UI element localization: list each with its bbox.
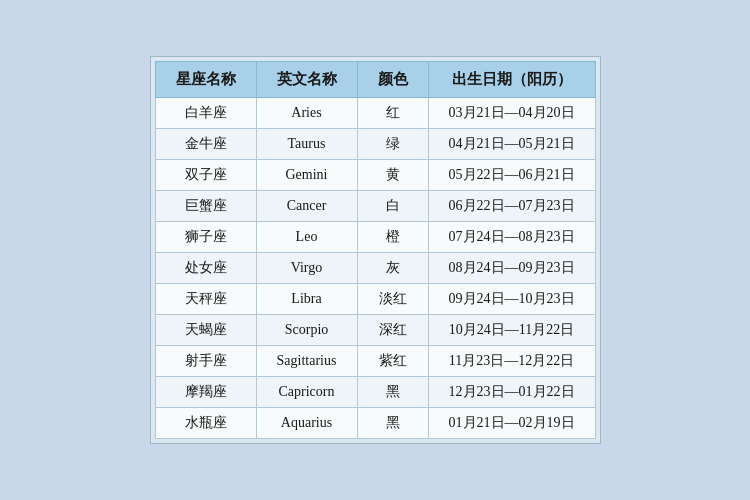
cell-color: 黑 — [357, 408, 428, 439]
cell-chinese-name: 水瓶座 — [155, 408, 256, 439]
header-english-name: 英文名称 — [256, 62, 357, 98]
cell-color: 淡红 — [357, 284, 428, 315]
cell-dates: 10月24日—11月22日 — [428, 315, 595, 346]
header-color: 颜色 — [357, 62, 428, 98]
cell-english-name: Gemini — [256, 160, 357, 191]
table-row: 巨蟹座Cancer白06月22日—07月23日 — [155, 191, 595, 222]
table-row: 金牛座Taurus绿04月21日—05月21日 — [155, 129, 595, 160]
cell-chinese-name: 巨蟹座 — [155, 191, 256, 222]
header-chinese-name: 星座名称 — [155, 62, 256, 98]
cell-dates: 05月22日—06月21日 — [428, 160, 595, 191]
cell-chinese-name: 天蝎座 — [155, 315, 256, 346]
cell-english-name: Libra — [256, 284, 357, 315]
cell-color: 白 — [357, 191, 428, 222]
cell-dates: 01月21日—02月19日 — [428, 408, 595, 439]
cell-english-name: Taurus — [256, 129, 357, 160]
cell-dates: 12月23日—01月22日 — [428, 377, 595, 408]
cell-dates: 11月23日—12月22日 — [428, 346, 595, 377]
cell-dates: 03月21日—04月20日 — [428, 98, 595, 129]
table-row: 双子座Gemini黄05月22日—06月21日 — [155, 160, 595, 191]
table-row: 天秤座Libra淡红09月24日—10月23日 — [155, 284, 595, 315]
cell-chinese-name: 射手座 — [155, 346, 256, 377]
cell-dates: 06月22日—07月23日 — [428, 191, 595, 222]
cell-chinese-name: 双子座 — [155, 160, 256, 191]
cell-english-name: Aquarius — [256, 408, 357, 439]
cell-color: 紫红 — [357, 346, 428, 377]
cell-english-name: Cancer — [256, 191, 357, 222]
cell-color: 深红 — [357, 315, 428, 346]
cell-chinese-name: 天秤座 — [155, 284, 256, 315]
cell-english-name: Sagittarius — [256, 346, 357, 377]
cell-color: 黄 — [357, 160, 428, 191]
table-header-row: 星座名称 英文名称 颜色 出生日期（阳历） — [155, 62, 595, 98]
cell-color: 橙 — [357, 222, 428, 253]
table-row: 处女座Virgo灰08月24日—09月23日 — [155, 253, 595, 284]
zodiac-table: 星座名称 英文名称 颜色 出生日期（阳历） 白羊座Aries红03月21日—04… — [155, 61, 596, 439]
table-row: 射手座Sagittarius紫红11月23日—12月22日 — [155, 346, 595, 377]
cell-dates: 04月21日—05月21日 — [428, 129, 595, 160]
table-body: 白羊座Aries红03月21日—04月20日金牛座Taurus绿04月21日—0… — [155, 98, 595, 439]
cell-chinese-name: 狮子座 — [155, 222, 256, 253]
cell-color: 黑 — [357, 377, 428, 408]
table-row: 天蝎座Scorpio深红10月24日—11月22日 — [155, 315, 595, 346]
cell-english-name: Virgo — [256, 253, 357, 284]
cell-color: 灰 — [357, 253, 428, 284]
table-row: 狮子座Leo橙07月24日—08月23日 — [155, 222, 595, 253]
table-row: 摩羯座Capricorn黑12月23日—01月22日 — [155, 377, 595, 408]
cell-english-name: Leo — [256, 222, 357, 253]
cell-chinese-name: 摩羯座 — [155, 377, 256, 408]
cell-chinese-name: 处女座 — [155, 253, 256, 284]
cell-color: 绿 — [357, 129, 428, 160]
cell-english-name: Capricorn — [256, 377, 357, 408]
cell-chinese-name: 白羊座 — [155, 98, 256, 129]
cell-color: 红 — [357, 98, 428, 129]
header-dates: 出生日期（阳历） — [428, 62, 595, 98]
cell-dates: 09月24日—10月23日 — [428, 284, 595, 315]
cell-dates: 07月24日—08月23日 — [428, 222, 595, 253]
cell-dates: 08月24日—09月23日 — [428, 253, 595, 284]
cell-chinese-name: 金牛座 — [155, 129, 256, 160]
table-row: 水瓶座Aquarius黑01月21日—02月19日 — [155, 408, 595, 439]
cell-english-name: Scorpio — [256, 315, 357, 346]
table-row: 白羊座Aries红03月21日—04月20日 — [155, 98, 595, 129]
cell-english-name: Aries — [256, 98, 357, 129]
zodiac-table-container: 星座名称 英文名称 颜色 出生日期（阳历） 白羊座Aries红03月21日—04… — [150, 56, 601, 444]
